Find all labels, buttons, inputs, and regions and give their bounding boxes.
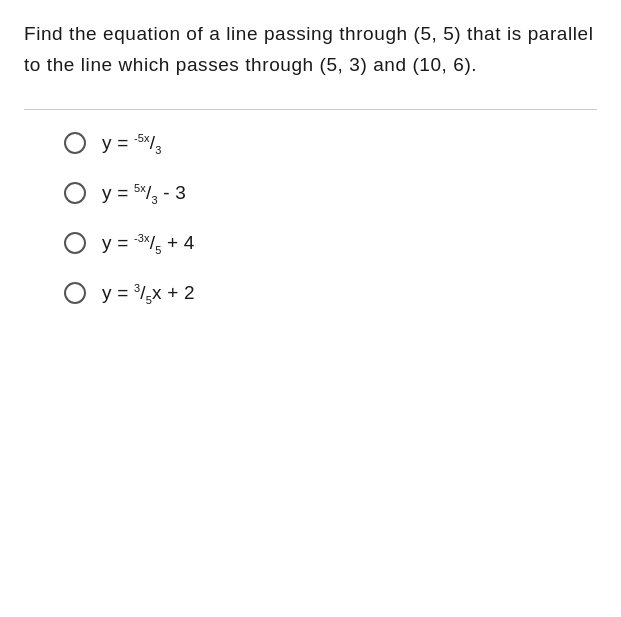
divider [24, 109, 597, 110]
radio-b[interactable] [64, 182, 86, 204]
option-b-label: y = 5x/3 - 3 [102, 182, 186, 204]
option-c-label: y = -3x/5 + 4 [102, 232, 195, 254]
radio-d[interactable] [64, 282, 86, 304]
option-c[interactable]: y = -3x/5 + 4 [64, 232, 597, 254]
radio-c[interactable] [64, 232, 86, 254]
radio-a[interactable] [64, 132, 86, 154]
question-text: Find the equation of a line passing thro… [24, 18, 597, 81]
option-d-label: y = 3/5x + 2 [102, 282, 195, 304]
option-a-label: y = -5x/3 [102, 132, 162, 154]
option-b[interactable]: y = 5x/3 - 3 [64, 182, 597, 204]
option-a[interactable]: y = -5x/3 [64, 132, 597, 154]
option-d[interactable]: y = 3/5x + 2 [64, 282, 597, 304]
options-list: y = -5x/3 y = 5x/3 - 3 y = -3x/5 + 4 y =… [24, 132, 597, 304]
